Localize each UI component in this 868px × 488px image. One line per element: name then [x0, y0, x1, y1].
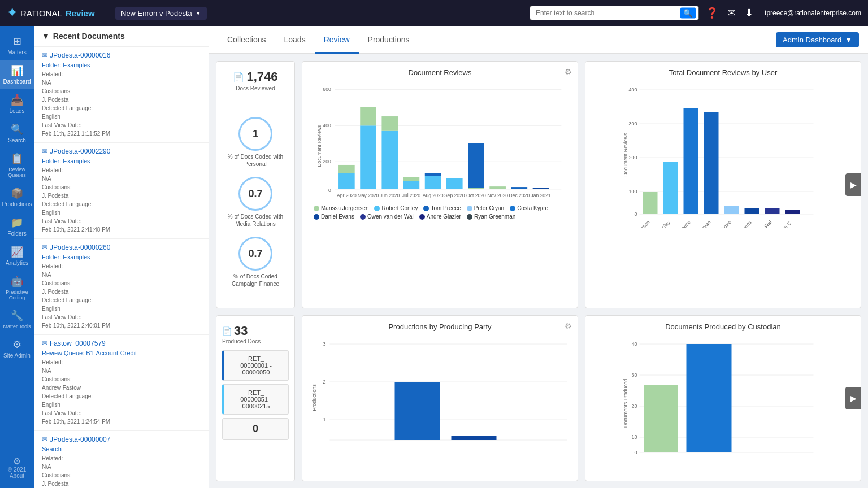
- svg-rect-9: [338, 173, 355, 189]
- doc-item[interactable]: ✉ JPodesta-00000016 Folder: Examples Rel…: [34, 47, 209, 143]
- svg-text:Sep 2020: Sep 2020: [444, 193, 465, 198]
- productions-stats-panel: 📄 33 Produced Docs RET_00000001 -0000005…: [216, 315, 295, 481]
- tab-review[interactable]: Review: [315, 27, 359, 54]
- svg-text:Document Reviews: Document Reviews: [317, 125, 323, 167]
- last-view: Last View Date: Feb 10th, 2021 2:40:01 P…: [42, 313, 201, 330]
- settings-icon[interactable]: ⚙: [13, 456, 21, 467]
- sidebar-item-dashboard[interactable]: 📊 Dashboard: [0, 60, 34, 89]
- prod-range-2[interactable]: RET_00000051 -00000215: [222, 384, 289, 415]
- tab-productions[interactable]: Productions: [359, 27, 419, 54]
- svg-text:0: 0: [634, 450, 637, 455]
- sidebar-item-label: Dashboard: [3, 79, 31, 85]
- tab-collections[interactable]: Collections: [218, 27, 275, 54]
- custodian-chart-title: Documents Produced by Custodian: [592, 323, 854, 331]
- about-link[interactable]: About: [10, 473, 24, 479]
- admin-dashboard-dropdown[interactable]: Admin Dashboard ▼: [776, 32, 859, 47]
- svg-text:400: 400: [628, 87, 637, 93]
- doc-id: JPodesta-00000260: [50, 243, 110, 251]
- svg-rect-11: [360, 125, 376, 189]
- pct-personal-stat: 1 % of Docs Coded with Personal: [222, 117, 289, 168]
- total-reviews-svg: 400 300 200 100 0 Document Reviews: [592, 81, 854, 228]
- svg-rect-16: [403, 177, 420, 181]
- dashboard-area: 📄 1,746 Docs Reviewed 1 % of Docs Coded …: [209, 54, 868, 488]
- doc-item-title: ✉ JPodesta-00000007: [42, 435, 201, 443]
- custodians: Custodians: J. Podesta: [42, 471, 201, 488]
- pct-media-circle: 0.7: [238, 177, 272, 211]
- doc-meta: Related: N/A Custodians: J. Podesta Dete…: [42, 262, 201, 330]
- doc-item-title: ✉ JPodesta-00000016: [42, 51, 201, 59]
- search-icon: 🔍: [11, 123, 23, 136]
- svg-rect-70: [395, 382, 440, 440]
- doc-item[interactable]: ✉ JPodesta-00000260 Folder: Examples Rel…: [34, 239, 209, 335]
- sidebar-item-matter-tools[interactable]: 🔧 Matter Tools: [0, 305, 34, 334]
- sidebar-item-predictive-coding[interactable]: 🤖 Predictive Coding: [0, 271, 34, 305]
- pct-personal-label: % of Docs Coded with Personal: [222, 153, 289, 168]
- right-content: Collections Loads Review Productions Adm…: [209, 26, 868, 488]
- doc-reviews-svg: 600 400 200 0 Document Reviews: [309, 81, 571, 200]
- prod-range-1[interactable]: RET_00000001 -00000050: [222, 350, 289, 381]
- docs-reviewed-stat: 📄 1,746 Docs Reviewed: [222, 69, 289, 91]
- svg-text:Dec 2020: Dec 2020: [509, 193, 530, 198]
- gear-icon[interactable]: ⚙: [565, 67, 572, 76]
- sidebar-item-label: Loads: [9, 108, 24, 114]
- doc-reviews-title: Document Reviews: [309, 68, 571, 77]
- svg-rect-47: [663, 162, 678, 214]
- tab-bar-right: Admin Dashboard ▼: [776, 32, 859, 47]
- productions-chart-panel: Productions by Producing Party ⚙ 3 2 1 P…: [302, 315, 578, 481]
- svg-text:Marissa Jorgensen: Marissa Jorgensen: [617, 219, 651, 228]
- custodian-svg: 40 30 20 10 0 Documents Produced: [592, 336, 854, 460]
- tab-loads[interactable]: Loads: [275, 27, 314, 54]
- next-arrow[interactable]: ▶: [845, 387, 861, 409]
- search-button[interactable]: 🔍: [680, 8, 696, 19]
- last-view: Last View Date: Feb 11th, 2021 1:11:52 P…: [42, 121, 201, 138]
- doc-item[interactable]: ✉ JPodesta-00002290 Folder: Examples Rel…: [34, 143, 209, 239]
- language: Detected Language: English: [42, 200, 201, 217]
- sidebar-item-folders[interactable]: 📁 Folders: [0, 212, 34, 241]
- nav-icons: ❓ ✉ ⬇: [706, 7, 753, 19]
- doc-item[interactable]: ✉ JPodesta-00000007 Search Related: N/A …: [34, 431, 209, 488]
- gear-icon[interactable]: ⚙: [565, 321, 572, 330]
- pct-media-label: % of Docs Coded with Media Relations: [222, 213, 289, 228]
- search-box: 🔍: [530, 6, 699, 20]
- email-icon: ✉: [42, 435, 47, 443]
- custodians: Custodians: J. Podesta: [42, 87, 201, 104]
- help-icon[interactable]: ❓: [706, 7, 718, 19]
- sidebar-item-analytics[interactable]: 📈 Analytics: [0, 241, 34, 271]
- project-name: New Enron v Podesta: [121, 9, 192, 18]
- custodians: Custodians: Andrew Fastow: [42, 375, 201, 392]
- svg-rect-52: [765, 208, 780, 214]
- svg-text:0: 0: [634, 211, 637, 217]
- svg-rect-23: [511, 187, 528, 189]
- svg-text:Andre C.: Andre C.: [775, 219, 793, 228]
- doc-icon: 📄: [233, 72, 244, 82]
- custodians: Custodians: J. Podesta: [42, 279, 201, 296]
- sidebar-item-matters[interactable]: ⊞ Matters: [0, 30, 34, 60]
- sidebar-item-search[interactable]: 🔍 Search: [0, 119, 34, 148]
- custodians: Custodians: J. Podesta: [42, 183, 201, 200]
- sidebar-item-productions[interactable]: 📦 Productions: [0, 182, 34, 212]
- sidebar-item-site-admin[interactable]: ⚙ Site Admin: [0, 334, 34, 363]
- sidebar-item-label: Review Queues: [2, 167, 32, 178]
- matter-tools-icon: 🔧: [11, 310, 23, 322]
- next-arrow[interactable]: ▶: [845, 173, 861, 196]
- pct-campaign-label: % of Docs Coded Campaign Finance: [222, 273, 289, 287]
- svg-text:Peter Cryan: Peter Cryan: [689, 219, 712, 228]
- review-stats-panel: 📄 1,746 Docs Reviewed 1 % of Docs Coded …: [216, 61, 295, 308]
- main-content: ▼ Recent Documents ✉ JPodesta-00000016 F…: [34, 26, 868, 488]
- svg-rect-13: [381, 131, 398, 189]
- email-icon: ✉: [42, 339, 47, 347]
- sidebar-item-label: Matters: [7, 49, 26, 55]
- search-input[interactable]: [530, 6, 699, 20]
- svg-text:30: 30: [631, 372, 637, 378]
- sidebar-item-loads[interactable]: 📥 Loads: [0, 89, 34, 119]
- project-selector[interactable]: New Enron v Podesta ▼: [115, 7, 207, 20]
- mail-icon[interactable]: ✉: [727, 7, 736, 19]
- doc-item[interactable]: ✉ Fastow_00007579 Review Queue: B1-Accou…: [34, 335, 209, 431]
- user-email: tpreece@rationalenterprise.com: [765, 9, 861, 17]
- related: Related: N/A: [42, 70, 201, 87]
- collapse-icon[interactable]: ▼: [42, 32, 50, 41]
- matters-icon: ⊞: [13, 35, 21, 47]
- sidebar-item-review-queues[interactable]: 📋 Review Queues: [0, 148, 34, 182]
- productions-svg: 3 2 1 Productions: [309, 336, 571, 448]
- download-icon[interactable]: ⬇: [745, 7, 753, 19]
